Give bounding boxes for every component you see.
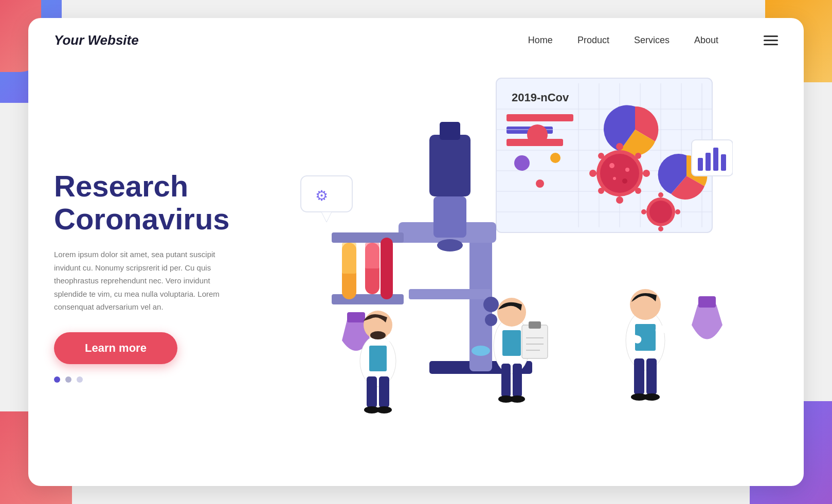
main-card: Your Website Home Product Services About… [28,18,804,486]
hamburger-line-1 [764,35,778,37]
hero-title-line1: Research [54,169,188,203]
microscope-knob [483,297,499,312]
microscope-eyepiece [440,122,460,140]
floating-ball-3 [550,153,560,163]
nav-services[interactable]: Services [634,35,670,46]
v2-spike-2 [658,226,663,231]
virus-1-inner [600,154,639,193]
sci2-leg-r [513,364,522,397]
sci2-leg-l [501,364,511,397]
sci1-leg-l [367,376,377,407]
v1-dot3 [613,177,616,180]
v2-spike-4 [675,209,680,214]
hero-title: Research Coronavirus [54,170,270,236]
hamburger-menu[interactable] [764,35,778,45]
nav-about[interactable]: About [694,35,718,46]
v1-dot4 [622,178,627,184]
sci2-shoe-r [510,395,525,403]
nav-home[interactable]: Home [528,35,553,46]
sci2-clipboard-clip [529,321,541,329]
illustration-svg: 2019-nCov [270,73,733,433]
v1-dot2 [625,168,629,172]
virus-1-spike-5 [598,153,604,159]
mini-bar-3 [713,148,718,171]
sci1-beard [370,331,386,339]
whiteboard-title: 2019-nCov [512,91,569,104]
test-tube-2-highlight [365,243,379,268]
virus-1-spike-6 [635,153,641,159]
hamburger-line-3 [764,44,778,45]
floating-ball-1 [527,124,548,145]
navbar: Your Website Home Product Services About [28,18,804,63]
carousel-dot-3[interactable] [77,376,83,383]
gear-icon: ⚙ [315,188,328,204]
wb-bar-1 [507,114,573,121]
sci3-leg-l [634,358,644,394]
mini-bar-2 [706,153,711,171]
virus-1-spike-8 [635,188,641,194]
virus-1-spike-1 [616,143,623,150]
sci2-head [497,298,526,327]
microscope-stage [409,289,491,299]
carousel-dots [54,376,270,383]
sci2-shirt [502,330,521,356]
v2-spike-3 [641,209,646,214]
tube-rack-bottom [332,294,404,304]
flask-1-neck [347,312,365,322]
main-content: Research Coronavirus Lorem ipsum dolor s… [28,63,804,484]
microscope-objective [437,239,463,251]
sci3-leg-r [646,358,657,394]
nav-links: Home Product Services About [528,35,778,46]
sci3-shoe-r [643,393,660,401]
carousel-dot-2[interactable] [65,376,71,383]
virus-1-spike-7 [598,188,604,194]
carousel-dot-1[interactable] [54,376,60,383]
test-tube-3 [381,238,393,299]
microscope-head [429,135,471,196]
microscope-lens-barrel [433,196,466,238]
site-logo: Your Website [54,32,139,48]
test-tube-1-highlight [342,243,356,274]
sci1-shoe-r [376,406,392,413]
hamburger-line-2 [764,40,778,41]
flask-2-neck [698,296,716,308]
microscope-knob2 [485,314,497,326]
speech-bubble-tail [321,212,332,222]
virus-1-spike-2 [616,196,623,204]
right-panel: 2019-nCov [270,73,778,469]
learn-more-button[interactable]: Learn more [54,332,177,364]
small-chart-bubble [692,140,733,176]
v1-dot1 [609,163,614,168]
left-panel: Research Coronavirus Lorem ipsum dolor s… [54,73,270,469]
mini-bar-1 [698,158,703,171]
floating-ball-4 [536,179,544,188]
virus-2-inner [649,201,672,223]
nav-product[interactable]: Product [577,35,609,46]
flask-2 [692,304,722,339]
sci2-clipboard [522,325,548,358]
tube-rack-top [332,232,404,243]
sci1-shirt [369,346,387,371]
sci1-leg-r [379,376,389,407]
hero-description: Lorem ipsum dolor sit amet, sea putant s… [54,248,229,314]
v2-spike-1 [658,192,663,197]
mini-bar-4 [721,154,726,171]
microscope-mirror [472,346,490,356]
hero-title-line2: Coronavirus [54,202,230,236]
floating-ball-2 [514,155,530,171]
